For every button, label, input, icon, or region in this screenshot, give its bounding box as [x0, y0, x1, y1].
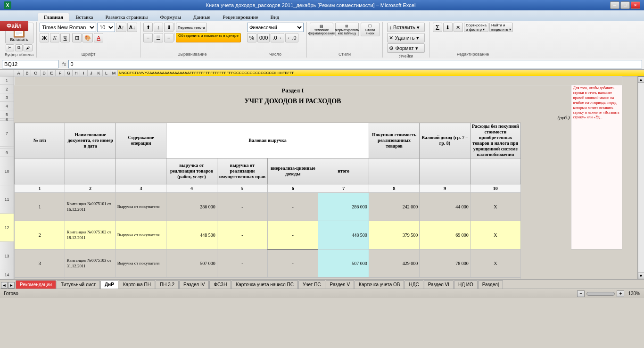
tab-fszn[interactable]: ФСЗН [209, 280, 231, 289]
tab-kartochka-nachisл[interactable]: Карточка учета начисл ПС [231, 280, 298, 289]
tab-home[interactable]: Главная [38, 13, 69, 21]
data-2-val8[interactable]: 379 500 [369, 221, 419, 249]
fill-color-button[interactable]: 🎨 [83, 33, 93, 42]
data-3-val5[interactable]: - [217, 249, 267, 278]
font-size-select[interactable]: 10 [97, 23, 115, 32]
format-button[interactable]: ⚙ Формат ▾ [387, 43, 425, 53]
sheet-scroll-right[interactable]: ► [8, 282, 15, 289]
align-center-button[interactable]: ☰ [154, 33, 163, 42]
col-A[interactable]: A [14, 70, 24, 76]
data-1-op[interactable]: Выручка от покупателя [116, 193, 166, 221]
italic-button[interactable]: К [50, 33, 59, 42]
wrap-text-button[interactable]: Перенос текста [176, 23, 207, 32]
col-L[interactable]: L [103, 70, 110, 76]
grow-font-button[interactable]: A↑ [116, 23, 126, 32]
find-select-button[interactable]: Найти ивыделить ▾ [489, 23, 513, 32]
cell-styles-button[interactable]: ☐Стили ячеек [361, 23, 380, 36]
data-2-val6[interactable]: - [268, 221, 318, 249]
font-name-select[interactable]: Times New Roman [40, 23, 96, 32]
data-2-val9[interactable]: 69 000 [420, 221, 470, 249]
data-3-val9[interactable]: 78 000 [420, 249, 470, 278]
formula-input[interactable] [68, 60, 642, 68]
tab-nds[interactable]: НДС [405, 280, 423, 289]
comma-button[interactable]: 000 [257, 33, 270, 42]
copy-button[interactable]: ⧉ [15, 44, 23, 51]
col-E[interactable]: E [48, 70, 56, 76]
tab-nd-io[interactable]: НД ИО [454, 280, 478, 289]
align-bottom-button[interactable]: ⬇ [164, 23, 173, 32]
tab-uchet-ps[interactable]: Учет ПС [298, 280, 325, 289]
align-right-button[interactable]: ≡ [164, 33, 173, 42]
percent-button[interactable]: % [247, 33, 256, 42]
data-2-doc[interactable]: Квитанция №0075102 от 18.12.2011 [65, 221, 116, 249]
col-H[interactable]: H [73, 70, 80, 76]
sheet-scroll-left[interactable]: ◄ [1, 282, 8, 289]
autosum-button[interactable]: Σ [433, 23, 442, 32]
tab-title-page[interactable]: Титульный лист [57, 280, 100, 289]
col-J[interactable]: J [88, 70, 95, 76]
zoom-out-button[interactable]: − [577, 290, 585, 297]
data-1-val5[interactable]: - [217, 193, 267, 221]
tab-razdel-end[interactable]: Раздел| [478, 280, 504, 289]
close-button[interactable]: ✕ [631, 1, 640, 9]
merge-center-button[interactable]: Объединить и поместить в центре [176, 33, 241, 42]
tab-formulas[interactable]: Формулы [154, 13, 187, 21]
data-1-val9[interactable]: 44 000 [420, 193, 470, 221]
data-2-val10[interactable]: X [470, 221, 520, 249]
data-3-doc[interactable]: Квитанция №0075103 от 31.12.2011 [65, 249, 116, 278]
tab-data[interactable]: Данные [187, 13, 216, 21]
tab-insert[interactable]: Вставка [69, 13, 99, 21]
data-2-op[interactable]: Выручка от покупателя [116, 221, 166, 249]
delete-button[interactable]: ✕ Удалить ▾ [387, 33, 425, 42]
shrink-font-button[interactable]: A↓ [127, 23, 137, 32]
sort-filter-button[interactable]: Сортировкаи фильтр ▾ [464, 23, 488, 32]
col-G[interactable]: G [65, 70, 73, 76]
data-1-val4[interactable]: 286 000 [166, 193, 217, 221]
name-box[interactable] [2, 60, 58, 68]
tab-recommendations[interactable]: Рекомендации [16, 280, 56, 289]
data-3-val8[interactable]: 429 000 [369, 249, 419, 278]
insert-button[interactable]: ↓ Вставить ▾ [387, 23, 425, 32]
align-middle-button[interactable]: ↕ [154, 23, 163, 32]
data-1-doc[interactable]: Квитанция №0075101 от 16.12.2011 [65, 193, 116, 221]
zoom-in-button[interactable]: + [617, 290, 624, 297]
format-table-button[interactable]: ⊞Форматировать как таблицу [335, 23, 359, 36]
zoom-slider[interactable] [586, 292, 615, 296]
data-3-val10[interactable]: X [470, 249, 520, 278]
number-format-select[interactable]: Финансовый [247, 23, 304, 32]
col-I[interactable]: I [80, 70, 88, 76]
tab-page-layout[interactable]: Разметка страницы [99, 13, 154, 21]
underline-button[interactable]: Ч [60, 33, 70, 42]
data-2-num[interactable]: 2 [15, 221, 65, 249]
tab-review[interactable]: Рецензирование [216, 13, 264, 21]
vertical-scrollbar[interactable]: ▲ ▼ [637, 76, 644, 279]
data-1-val8[interactable]: 242 000 [369, 193, 419, 221]
tab-view[interactable]: Вид [264, 13, 286, 21]
col-B[interactable]: B [24, 70, 31, 76]
scroll-track[interactable] [638, 83, 644, 273]
align-top-button[interactable]: ⬆ [143, 23, 153, 32]
minimize-button[interactable]: ─ [610, 1, 619, 9]
decrease-decimal-button[interactable]: ←.0 [285, 33, 298, 42]
tab-razdel-iv[interactable]: Раздел IV [179, 280, 209, 289]
data-1-val7[interactable]: 286 000 [318, 193, 369, 221]
data-3-op[interactable]: Выручка от покупателя [116, 249, 166, 278]
window-controls[interactable]: ─ □ ✕ [610, 1, 640, 9]
data-3-val7[interactable]: 507 000 [318, 249, 369, 278]
cut-button[interactable]: ✂ [6, 44, 14, 51]
col-M[interactable]: M [110, 70, 118, 76]
data-1-num[interactable]: 1 [15, 193, 65, 221]
col-D[interactable]: D [41, 70, 48, 76]
fill-button[interactable]: ⬇ [443, 23, 453, 32]
data-3-num[interactable]: 3 [15, 249, 65, 278]
tab-dir[interactable]: ДиР [100, 280, 118, 289]
data-1-val6[interactable]: - [268, 193, 318, 221]
align-left-button[interactable]: ≡ [143, 33, 153, 42]
border-button[interactable]: ⊞ [72, 33, 82, 42]
tab-kartochka-pn[interactable]: Карточка ПН [119, 280, 155, 289]
bold-button[interactable]: Ж [40, 33, 49, 42]
col-K[interactable]: K [95, 70, 103, 76]
maximize-button[interactable]: □ [620, 1, 630, 9]
data-2-val7[interactable]: 448 500 [318, 221, 369, 249]
data-2-val5[interactable]: - [217, 221, 267, 249]
